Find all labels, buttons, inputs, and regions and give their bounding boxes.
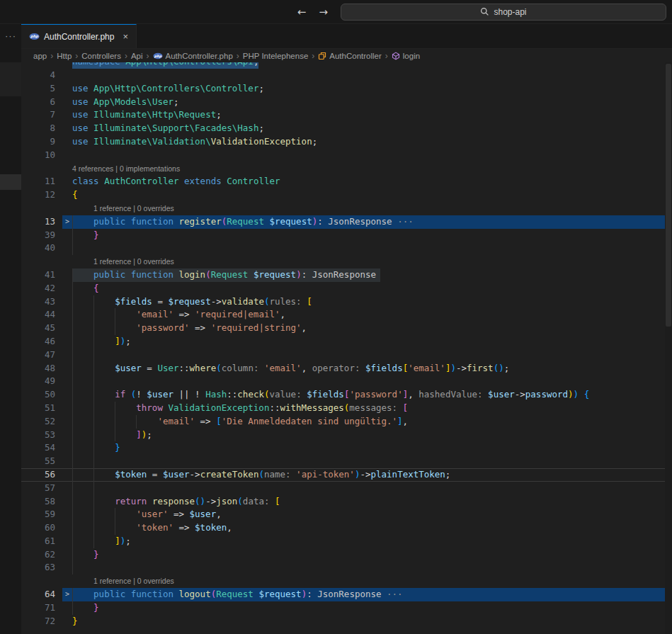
fold-chevron-icon[interactable]: > (62, 588, 72, 601)
title-bar: ← → shop-api (0, 0, 672, 24)
more-actions-icon[interactable]: ··· (0, 30, 21, 41)
code-line[interactable]: 44'email' => 'required|email', (21, 308, 672, 322)
breadcrumb-separator: › (385, 51, 388, 61)
breadcrumb-separator: › (125, 51, 127, 61)
line-number: 71 (21, 601, 62, 615)
code-line[interactable]: 39} (21, 229, 672, 242)
line-number: 46 (21, 335, 62, 349)
code-line[interactable]: 7use Illuminate\Http\Request; (21, 108, 672, 122)
php-icon: php (153, 51, 163, 61)
code-line[interactable]: 54} (21, 441, 672, 455)
code-line[interactable]: 13>public function register(Request $req… (21, 215, 672, 229)
line-number: 72 (21, 615, 62, 628)
code-line[interactable]: 41public function login(Request $request… (21, 268, 672, 282)
breadcrumb-label: app (33, 52, 47, 60)
breadcrumb-item[interactable]: PHP Intelephense (243, 52, 309, 60)
line-number: 44 (21, 308, 62, 322)
code-line[interactable]: 8use Illuminate\Support\Facades\Hash; (21, 122, 672, 135)
line-number: 55 (21, 455, 62, 468)
breadcrumb-label: AuthController.php (166, 52, 233, 60)
codelens-link[interactable]: 1 reference | 0 overrides (93, 255, 174, 268)
code-line[interactable]: 57 (21, 482, 672, 495)
code-line[interactable]: 53]); (21, 429, 672, 442)
scrollbar[interactable] (665, 62, 672, 634)
line-number (21, 574, 62, 588)
class-icon (318, 52, 326, 60)
breadcrumb-separator: › (50, 51, 53, 61)
code-line[interactable]: 60'token' => $token, (21, 521, 672, 535)
line-number: 8 (21, 122, 62, 135)
code-line[interactable]: 40 (21, 242, 672, 255)
codelens-link[interactable]: 4 references | 0 implementations (72, 162, 180, 176)
code-lines: namespace App\Http\Controllers\Api;45use… (21, 62, 672, 628)
code-line[interactable]: 63 (21, 561, 672, 574)
code-line[interactable]: 72} (21, 615, 672, 628)
code-line[interactable]: 42{ (21, 282, 672, 295)
breadcrumb-item[interactable]: AuthController (318, 52, 382, 60)
breadcrumb-item[interactable]: phpAuthController.php (153, 51, 233, 61)
code-line[interactable]: 46]); (21, 335, 672, 349)
code-editor[interactable]: namespace App\Http\Controllers\Api;45use… (21, 62, 672, 634)
code-line[interactable]: 55 (21, 455, 672, 468)
line-number: 4 (21, 69, 62, 82)
breadcrumb: app›Http›Controllers›Api›phpAuthControll… (21, 49, 672, 62)
code-line[interactable]: 9use Illuminate\Validation\ValidationExc… (21, 135, 672, 149)
code-line[interactable]: 56$token = $user->createToken(name: 'api… (21, 468, 672, 482)
close-icon[interactable]: × (123, 31, 128, 42)
breadcrumb-label: Controllers (81, 52, 121, 60)
code-line[interactable]: 71} (21, 601, 672, 615)
code-line[interactable]: 6use App\Models\User; (21, 96, 672, 109)
code-line[interactable]: 1 reference | 0 overrides (21, 202, 672, 215)
code-line[interactable]: 64>public function logout(Request $reque… (21, 588, 672, 601)
tab-authcontroller-php[interactable]: php AuthController.php × (21, 24, 137, 48)
svg-text:php: php (30, 34, 38, 39)
fold-chevron-icon[interactable]: > (62, 215, 72, 229)
breadcrumb-label: AuthController (329, 52, 382, 60)
command-center-search[interactable]: shop-api (341, 4, 666, 21)
code-line[interactable]: 51throw ValidationException::withMessage… (21, 402, 672, 415)
breadcrumb-separator: › (237, 51, 239, 61)
forward-icon[interactable]: → (319, 6, 328, 18)
code-line[interactable]: 59'user' => $user, (21, 508, 672, 521)
breadcrumb-item[interactable]: app (33, 52, 47, 60)
editor-group: php AuthController.php × app›Http›Contro… (21, 24, 672, 634)
code-line[interactable]: 4 (21, 69, 672, 82)
code-line[interactable]: 52'email' => ['Die Anmeldedaten sind ung… (21, 415, 672, 429)
codelens-link[interactable]: 1 reference | 0 overrides (93, 202, 174, 215)
code-line[interactable]: 62} (21, 548, 672, 562)
breadcrumb-item[interactable]: Controllers (81, 52, 121, 60)
line-number (21, 202, 62, 215)
code-line[interactable]: 4 references | 0 implementations (21, 162, 672, 176)
breadcrumb-item[interactable]: Http (57, 52, 72, 60)
tab-bar: php AuthController.php × (21, 24, 672, 49)
breadcrumb-separator: › (75, 51, 78, 61)
code-line[interactable]: 5use App\Http\Controllers\Controller; (21, 82, 672, 96)
back-icon[interactable]: ← (297, 6, 307, 18)
code-line[interactable]: 43$fields = $request->validate(rules: [ (21, 295, 672, 309)
breadcrumb-item[interactable]: login (392, 52, 420, 60)
breadcrumb-separator: › (312, 51, 314, 61)
code-line[interactable]: 1 reference | 0 overrides (21, 255, 672, 268)
code-line[interactable]: 12{ (21, 188, 672, 202)
code-line[interactable]: 58return response()->json(data: [ (21, 495, 672, 509)
decoration-block (0, 62, 21, 96)
code-line[interactable]: 49 (21, 375, 672, 388)
line-number (21, 162, 62, 176)
code-line[interactable]: 1 reference | 0 overrides (21, 574, 672, 588)
scrollbar-thumb[interactable] (666, 64, 671, 327)
code-line[interactable]: 48$user = User::where(column: 'email', o… (21, 362, 672, 375)
code-line[interactable]: 11class AuthController extends Controlle… (21, 175, 672, 188)
code-line[interactable]: 45'password' => 'required|string', (21, 322, 672, 335)
code-line[interactable]: 47 (21, 349, 672, 362)
line-number: 47 (21, 349, 62, 362)
codelens-link[interactable]: 1 reference | 0 overrides (93, 574, 174, 588)
line-number: 42 (21, 282, 62, 295)
breadcrumb-item[interactable]: Api (131, 52, 143, 60)
breadcrumb-label: Api (131, 52, 143, 60)
code-line[interactable]: 10 (21, 149, 672, 162)
code-line[interactable]: namespace App\Http\Controllers\Api; (21, 62, 672, 69)
line-number: 52 (21, 415, 62, 429)
code-line[interactable]: 61]); (21, 535, 672, 548)
line-number: 64 (21, 588, 62, 601)
code-line[interactable]: 50if (! $user || ! Hash::check(value: $f… (21, 388, 672, 402)
